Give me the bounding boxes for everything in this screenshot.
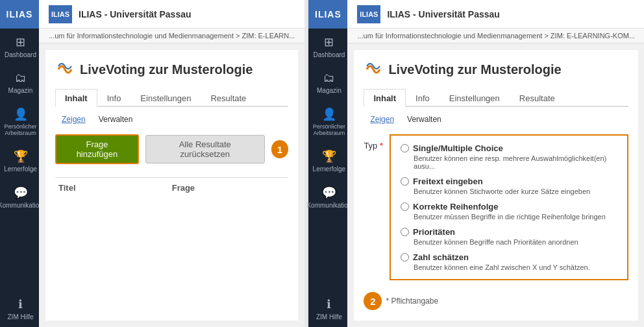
tab-einstellungen-right[interactable]: Einstellungen — [440, 89, 510, 107]
right-tabs: Inhalt Info Einstellungen Resultate — [364, 89, 628, 107]
sidebar-item-magazin[interactable]: 🗂 Magazin — [0, 65, 39, 101]
right-page-title: LiveVoting zur Musterologie — [364, 60, 628, 79]
subtab-verwalten-right[interactable]: Verwalten — [401, 112, 448, 127]
arbeitsraum-icon: 👤 — [14, 107, 28, 121]
dashboard-icon-r: ⊞ — [324, 35, 334, 49]
tab-resultate-right[interactable]: Resultate — [510, 89, 565, 107]
subtab-zeigen-right[interactable]: Zeigen — [364, 112, 401, 127]
left-top-bar: ILIAS ILIAS - Universität Passau — [39, 0, 304, 29]
sidebar-item-lernerfolge[interactable]: 🏆 Lernerfolge — [0, 143, 39, 179]
tab-info-right[interactable]: Info — [406, 89, 440, 107]
sidebar-item-zimhilfe[interactable]: ℹ ZIM Hilfe — [0, 291, 39, 327]
type-option-reihenfolge: Korrekte Reihenfolge Benutzer müssen Beg… — [401, 202, 617, 221]
tab-info-left[interactable]: Info — [97, 89, 131, 107]
livevoting-logo-right — [364, 60, 383, 79]
typ-label: Typ * — [364, 134, 383, 151]
sidebar-item-arbeitsraum[interactable]: 👤 Persönlicher Arbeitsraum — [0, 101, 39, 143]
left-table-header: Titel Frage — [55, 177, 288, 198]
right-sidebar: ILIAS ⊞ Dashboard 🗂 Magazin 👤 Persönlich… — [308, 0, 347, 327]
type-option-freitext: Freitext eingeben Benutzer können Stichw… — [401, 176, 617, 195]
left-panel: ILIAS ⊞ Dashboard 🗂 Magazin 👤 Persönlich… — [0, 0, 304, 327]
radio-zahl[interactable] — [401, 253, 409, 261]
radio-prioritaeten[interactable] — [401, 228, 409, 236]
radio-reihenfolge[interactable] — [401, 202, 409, 211]
left-page-title: LiveVoting zur Musterologie — [55, 60, 288, 79]
magazin-icon: 🗂 — [15, 71, 27, 85]
right-subtabs: Zeigen Verwalten — [364, 112, 628, 127]
left-breadcrumb: ...um für Informationstechnologie und Me… — [39, 29, 304, 43]
left-main-area: ILIAS ILIAS - Universität Passau ...um f… — [39, 0, 304, 327]
zimhilfe-icon: ℹ — [18, 297, 23, 311]
sidebar-item-kommunikation[interactable]: 💬 Kommunikation — [0, 179, 39, 215]
sidebar-item-kommunikation-r[interactable]: 💬 Kommunikation — [308, 179, 347, 215]
subtab-zeigen-left[interactable]: Zeigen — [55, 112, 92, 127]
arbeitsraum-icon-r: 👤 — [322, 107, 336, 121]
ilias-logo-right: ILIAS — [308, 0, 347, 29]
add-question-button[interactable]: Frage hinzufügen — [55, 134, 139, 164]
right-breadcrumb: ...um für Informationstechnologie und Me… — [347, 29, 644, 43]
col-title-header: Titel — [58, 183, 172, 193]
ilias-logo-left: ILIAS — [0, 0, 39, 29]
sidebar-item-magazin-r[interactable]: 🗂 Magazin — [308, 65, 347, 101]
lernerfolge-icon: 🏆 — [14, 149, 28, 164]
col-frage-header: Frage — [172, 183, 286, 193]
zimhilfe-icon-r: ℹ — [327, 297, 331, 311]
type-option-zahl: Zahl schätzen Benutzer können eine Zahl … — [401, 252, 617, 271]
reset-results-button[interactable]: Alle Resultate zurücksetzen — [145, 135, 265, 164]
left-action-bar: Frage hinzufügen Alle Resultate zurückse… — [55, 134, 288, 164]
step-badge-1: 1 — [271, 140, 289, 158]
type-option-prioritaeten: Prioritäten Benutzer können Begriffe nac… — [401, 227, 617, 246]
dashboard-icon: ⊞ — [16, 35, 25, 49]
tab-inhalt-right[interactable]: Inhalt — [364, 89, 406, 107]
sidebar-item-arbeitsraum-r[interactable]: 👤 Persönlicher Arbeitsraum — [308, 101, 347, 143]
left-sidebar: ILIAS ⊞ Dashboard 🗂 Magazin 👤 Persönlich… — [0, 0, 39, 327]
sidebar-item-dashboard-r[interactable]: ⊞ Dashboard — [308, 29, 347, 65]
sidebar-item-lernerfolge-r[interactable]: 🏆 Lernerfolge — [308, 143, 347, 179]
left-ilias-wordmark: ILIAS — [49, 5, 72, 23]
type-options-container: Single/Multiple Choice Benutzer können e… — [390, 134, 628, 280]
right-ilias-wordmark: ILIAS — [357, 5, 380, 23]
required-note: * Pflichtangabe — [386, 297, 438, 306]
tab-resultate-left[interactable]: Resultate — [201, 89, 256, 107]
right-panel: ILIAS ⊞ Dashboard 🗂 Magazin 👤 Persönlich… — [308, 0, 644, 327]
tab-inhalt-left[interactable]: Inhalt — [55, 89, 97, 107]
lernerfolge-icon-r: 🏆 — [322, 149, 336, 164]
livevoting-logo-left — [55, 60, 75, 79]
right-content-area: LiveVoting zur Musterologie Inhalt Info … — [354, 50, 638, 321]
right-top-bar: ILIAS ILIAS - Universität Passau — [347, 0, 644, 29]
kommunikation-icon-r: 💬 — [322, 186, 336, 200]
radio-single-multiple[interactable] — [401, 144, 409, 152]
required-star: * — [380, 141, 383, 151]
subtab-verwalten-left[interactable]: Verwalten — [92, 112, 140, 127]
step-badge-2: 2 — [364, 292, 382, 310]
sidebar-item-zimhilfe-r[interactable]: ℹ ZIM Hilfe — [308, 291, 347, 327]
radio-freitext[interactable] — [401, 177, 409, 186]
left-tabs: Inhalt Info Einstellungen Resultate — [55, 89, 288, 107]
right-main-area: ILIAS ILIAS - Universität Passau ...um f… — [347, 0, 644, 327]
left-content-area: LiveVoting zur Musterologie Inhalt Info … — [45, 50, 298, 321]
magazin-icon-r: 🗂 — [323, 71, 335, 85]
kommunikation-icon: 💬 — [14, 186, 28, 200]
tab-einstellungen-left[interactable]: Einstellungen — [130, 89, 201, 107]
sidebar-item-dashboard[interactable]: ⊞ Dashboard — [0, 29, 39, 65]
type-option-single-multiple: Single/Multiple Choice Benutzer können e… — [401, 143, 617, 170]
left-subtabs: Zeigen Verwalten — [55, 112, 288, 127]
required-note-row: 2 * Pflichtangabe — [364, 292, 628, 310]
